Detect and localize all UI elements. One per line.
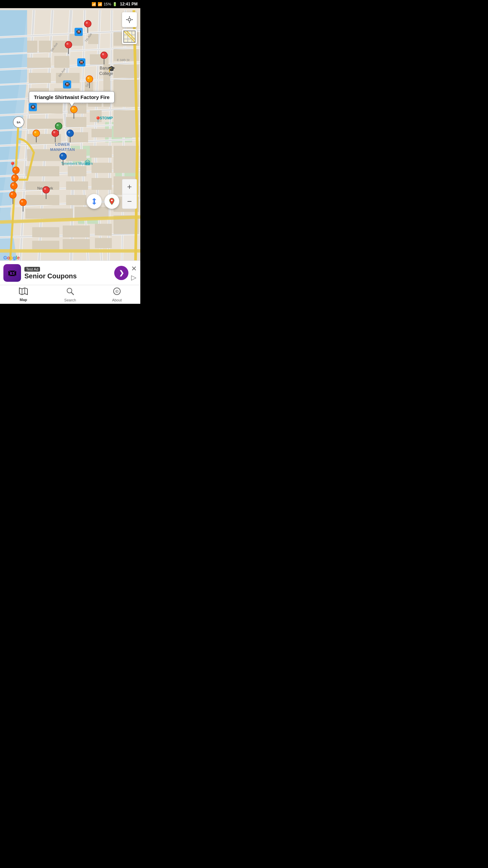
- transit-icon-1[interactable]: 🚇: [75, 28, 83, 36]
- svg-point-102: [72, 107, 74, 110]
- svg-rect-81: [63, 225, 90, 237]
- ad-actions: ❯ ✕ ▷: [114, 264, 137, 281]
- signal-icon: 📶: [98, 2, 102, 6]
- svg-text:9A: 9A: [17, 121, 21, 124]
- svg-rect-76: [66, 195, 86, 205]
- nav-item-search[interactable]: Search: [47, 285, 94, 304]
- svg-point-89: [84, 20, 91, 27]
- svg-point-93: [66, 43, 68, 45]
- battery-icon: 🔋: [113, 2, 117, 6]
- svg-point-134: [20, 199, 26, 206]
- map-view[interactable]: 9A 9th Ave 8th Ave 5th Ave 7th Ave E 34t…: [0, 8, 140, 263]
- tenement-poi-icon: 🏛: [85, 160, 91, 167]
- svg-point-92: [65, 41, 72, 48]
- svg-rect-66: [90, 146, 112, 158]
- svg-rect-84: [32, 241, 59, 249]
- about-nav-label: About: [112, 298, 122, 302]
- pin-red-2[interactable]: [65, 41, 72, 55]
- google-maps-button[interactable]: [104, 194, 119, 209]
- ad-banner: 🎟 Test Ad Senior Coupons ❯ ✕ ▷: [0, 260, 140, 285]
- transit-icon-2[interactable]: 🚇: [77, 58, 85, 66]
- svg-point-114: [68, 131, 70, 133]
- ad-close-button[interactable]: ✕: [131, 264, 137, 273]
- svg-point-126: [13, 176, 15, 178]
- svg-rect-85: [63, 239, 90, 249]
- pin-gold-1[interactable]: [86, 75, 93, 90]
- zoom-out-button[interactable]: −: [122, 194, 137, 209]
- google-logo: Google: [3, 255, 20, 260]
- pin-gold-2[interactable]: [70, 106, 78, 120]
- about-nav-icon: ©: [113, 287, 121, 297]
- svg-line-153: [72, 292, 74, 295]
- svg-point-135: [21, 200, 23, 202]
- ad-go-button[interactable]: ❯: [114, 266, 128, 280]
- svg-point-90: [86, 22, 88, 24]
- svg-point-123: [14, 168, 16, 170]
- transit-icon-4[interactable]: 🚇: [29, 103, 37, 111]
- svg-point-137: [128, 18, 131, 21]
- svg-rect-36: [39, 41, 51, 53]
- svg-point-116: [60, 153, 66, 160]
- pin-red-5[interactable]: [42, 186, 50, 200]
- svg-point-107: [52, 130, 59, 137]
- svg-rect-69: [92, 163, 112, 173]
- svg-point-98: [86, 76, 93, 82]
- bottom-navigation: Map Search © About: [0, 285, 140, 304]
- svg-rect-73: [92, 178, 112, 190]
- svg-point-111: [34, 131, 36, 133]
- svg-point-108: [53, 131, 55, 133]
- pin-red-1[interactable]: [84, 20, 92, 34]
- transit-icon-3[interactable]: 🚇: [63, 80, 71, 88]
- svg-rect-72: [66, 181, 88, 190]
- svg-rect-68: [68, 166, 86, 176]
- svg-rect-70: [114, 146, 139, 173]
- svg-point-117: [61, 154, 63, 156]
- svg-point-131: [9, 192, 16, 198]
- svg-rect-62: [92, 129, 112, 137]
- ad-label: Test Ad: [24, 267, 40, 272]
- ad-content: Test Ad Senior Coupons: [24, 266, 114, 280]
- pin-blue-1[interactable]: [66, 130, 74, 144]
- svg-point-132: [11, 193, 13, 195]
- svg-rect-77: [25, 209, 73, 219]
- svg-point-128: [11, 182, 17, 189]
- map-type-button[interactable]: [122, 29, 137, 44]
- zoom-in-button[interactable]: +: [122, 179, 137, 194]
- map-controls-top: [122, 12, 137, 44]
- svg-point-120: [44, 188, 46, 190]
- e34th-label: E 34th St: [117, 58, 129, 62]
- svg-point-113: [67, 130, 74, 137]
- svg-point-96: [102, 53, 104, 55]
- svg-rect-42: [54, 56, 69, 68]
- nav-item-about[interactable]: © About: [94, 285, 140, 304]
- pin-blue-2[interactable]: [59, 153, 67, 167]
- pin-orange-4[interactable]: [9, 191, 17, 205]
- pin-yellow-1[interactable]: [33, 130, 40, 144]
- svg-rect-86: [95, 238, 112, 248]
- status-time: 12:41 PM: [120, 2, 138, 6]
- ad-title: Senior Coupons: [24, 272, 114, 280]
- baruch-poi-icon: 🎓: [108, 65, 115, 73]
- ad-play-icon[interactable]: ▷: [131, 273, 137, 281]
- svg-point-99: [87, 77, 89, 79]
- search-nav-label: Search: [64, 298, 76, 302]
- location-button[interactable]: [122, 12, 137, 27]
- search-nav-icon: [66, 287, 74, 297]
- ad-icon: 🎟: [3, 264, 21, 282]
- pin-red-3[interactable]: [100, 52, 108, 66]
- zoom-controls: + −: [122, 179, 137, 209]
- map-callout[interactable]: Triangle Shirtwaist Factory Fire: [29, 91, 115, 103]
- svg-point-122: [13, 167, 19, 174]
- svg-text:©: ©: [115, 289, 119, 294]
- svg-point-110: [33, 130, 40, 137]
- pin-orange-5[interactable]: [19, 199, 27, 213]
- directions-button[interactable]: [87, 194, 102, 209]
- status-bar: 📶 📶 15% 🔋 12:41 PM: [0, 0, 140, 8]
- pin-red-4[interactable]: [52, 130, 59, 144]
- wifi-icon: 📶: [92, 2, 96, 6]
- svg-point-95: [101, 52, 107, 59]
- map-nav-icon: [19, 288, 28, 297]
- svg-rect-45: [29, 73, 51, 83]
- svg-rect-80: [32, 227, 59, 237]
- nav-item-map[interactable]: Map: [0, 285, 47, 304]
